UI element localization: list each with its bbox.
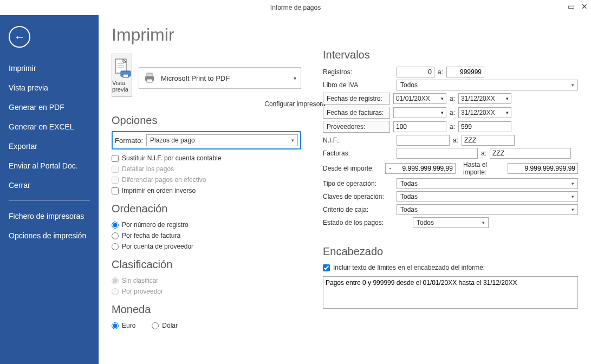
chevron-down-icon: ▾	[291, 138, 294, 143]
chevron-down-icon: ▾	[441, 110, 444, 115]
tipo-operacion-dropdown[interactable]: Todas ▾	[397, 178, 578, 189]
check-detallar-pagos: Detallar los pagos	[112, 164, 301, 174]
printer-name: Microsoft Print to PDF	[161, 74, 230, 82]
close-icon[interactable]: ✕	[581, 2, 588, 11]
radio-label: Dólar	[162, 322, 178, 329]
libro-iva-dropdown[interactable]: Todos ▾	[397, 80, 578, 90]
radio[interactable]	[112, 222, 119, 229]
nav-generar-excel[interactable]: Generar en EXCEL	[0, 117, 99, 136]
tipo-operacion-label: Tipo de operación:	[323, 180, 393, 187]
nav-exportar[interactable]: Exportar	[0, 136, 99, 156]
checkbox[interactable]	[112, 187, 119, 194]
formato-dropdown[interactable]: Plazos de pago ▾	[146, 134, 298, 146]
libro-iva-label: Libro de IVA	[323, 81, 393, 89]
svg-rect-8	[147, 79, 152, 82]
radio	[112, 288, 119, 295]
proveedores-button[interactable]: Proveedores:	[323, 121, 390, 133]
chevron-down-icon: ▾	[571, 194, 574, 199]
check-orden-inverso[interactable]: Imprimir en orden inverso	[112, 185, 301, 196]
chevron-down-icon: ▾	[294, 75, 296, 81]
fecha-registro-to[interactable]: 31/12/20XX ▾	[458, 93, 511, 104]
proveedores-to-input[interactable]	[458, 121, 511, 132]
facturas-to-input[interactable]	[490, 148, 571, 159]
checkbox[interactable]	[112, 155, 119, 162]
radio-por-cuenta[interactable]: Por cuenta de proveedor	[112, 241, 301, 252]
maximize-icon[interactable]: ▭	[568, 2, 575, 11]
estado-pagos-dropdown[interactable]: Todos ▾	[413, 217, 489, 228]
dd-value: Todos	[417, 219, 434, 226]
printer-icon	[144, 72, 155, 84]
chevron-down-icon: ▾	[506, 96, 509, 101]
document-printer-icon	[112, 58, 132, 80]
registros-from-input[interactable]	[397, 67, 434, 77]
facturas-from-input[interactable]	[397, 148, 478, 159]
radio[interactable]	[152, 322, 159, 329]
radio[interactable]	[112, 243, 119, 250]
radio-por-registro[interactable]: Por número de registro	[112, 219, 301, 230]
claves-operacion-dropdown[interactable]: Todas ▾	[397, 191, 578, 202]
nav-vista-previa[interactable]: Vista previa	[0, 78, 99, 98]
printer-dropdown[interactable]: Microsoft Print to PDF ▾	[139, 67, 301, 89]
desde-importe-input[interactable]	[385, 163, 456, 174]
btn-label: Proveedores:	[327, 123, 365, 131]
chevron-down-icon: ▾	[571, 82, 574, 88]
moneda-heading: Moneda	[112, 303, 301, 316]
title-bar: Informe de pagos ▭ ✕	[0, 0, 591, 15]
encabezado-heading: Encabezado	[323, 245, 578, 258]
radio-label: Por proveedor	[122, 288, 163, 295]
a-label: a:	[450, 123, 455, 131]
clasificacion-heading: Clasificación	[112, 258, 301, 271]
back-button[interactable]: ←	[9, 26, 30, 48]
radio-label: Por fecha de factura	[122, 232, 180, 239]
configurar-impresora-link[interactable]: Configurar impresora	[112, 100, 326, 108]
proveedores-from-input[interactable]	[393, 121, 446, 132]
svg-rect-7	[147, 73, 152, 76]
checkbox	[112, 177, 119, 184]
registros-label: Registros:	[323, 68, 393, 76]
fechas-registro-button[interactable]: Fechas de registro:	[323, 93, 390, 105]
preview-label: Vista previa	[112, 80, 132, 93]
dd-value: Todos	[400, 81, 418, 89]
a-label: a:	[438, 68, 443, 76]
window-title: Informe de pagos	[270, 4, 321, 11]
hasta-importe-input[interactable]	[508, 163, 578, 174]
nav-generar-pdf[interactable]: Generar en PDF	[0, 98, 99, 117]
fecha-facturas-from[interactable]: ▾	[393, 107, 446, 118]
divider	[9, 200, 90, 201]
check-label: Diferenciar pagos en efectivo	[122, 176, 206, 184]
chevron-down-icon: ▾	[441, 96, 444, 101]
radio-label: Sin clasificar	[122, 277, 158, 284]
check-incluir-limites[interactable]: Incluir texto de límites en el encabezad…	[323, 262, 578, 273]
nav-fichero-impresoras[interactable]: Fichero de impresoras	[0, 206, 99, 226]
fecha-registro-from[interactable]: 01/01/20XX ▾	[393, 93, 446, 104]
radio-label: Por número de registro	[122, 221, 189, 229]
nif-to-input[interactable]	[462, 135, 515, 146]
vista-previa-button[interactable]: Vista previa	[112, 54, 132, 97]
nav-cerrar[interactable]: Cerrar	[0, 176, 99, 195]
encabezado-textarea[interactable]	[323, 276, 578, 309]
date-value: 31/12/20XX	[461, 95, 495, 102]
criterio-caja-dropdown[interactable]: Todas ▾	[397, 204, 578, 215]
check-sustituir-nif[interactable]: Sustituir N.I.F. por cuenta contable	[112, 153, 301, 164]
radio-por-fecha[interactable]: Por fecha de factura	[112, 230, 301, 241]
nif-from-input[interactable]	[397, 135, 450, 146]
nav-opciones-impresion[interactable]: Opciones de impresión	[0, 226, 99, 245]
chevron-down-icon: ▾	[571, 181, 574, 186]
fechas-facturas-button[interactable]: Fechas de facturas:	[323, 107, 390, 119]
nav-imprimir[interactable]: Imprimir	[0, 58, 99, 78]
estado-pagos-label: Estado de los pagos:	[323, 219, 410, 226]
ordenacion-heading: Ordenación	[112, 203, 301, 215]
nif-label: N.I.F.:	[323, 136, 393, 144]
radio[interactable]	[112, 232, 119, 239]
nav-enviar-portal[interactable]: Enviar al Portal Doc.	[0, 156, 99, 176]
formato-label: Formato:	[115, 136, 143, 145]
radio-dolar[interactable]: Dólar	[152, 320, 178, 331]
registros-to-input[interactable]	[446, 67, 484, 77]
radio-euro[interactable]: Euro	[112, 320, 135, 331]
checkbox[interactable]	[323, 264, 330, 271]
check-label: Sustituir N.I.F. por cuenta contable	[122, 154, 221, 162]
arrow-left-icon: ←	[14, 31, 25, 43]
fecha-facturas-to[interactable]: 31/12/20XX ▾	[458, 107, 511, 118]
radio[interactable]	[112, 322, 119, 329]
dd-value: Todas	[400, 193, 418, 200]
